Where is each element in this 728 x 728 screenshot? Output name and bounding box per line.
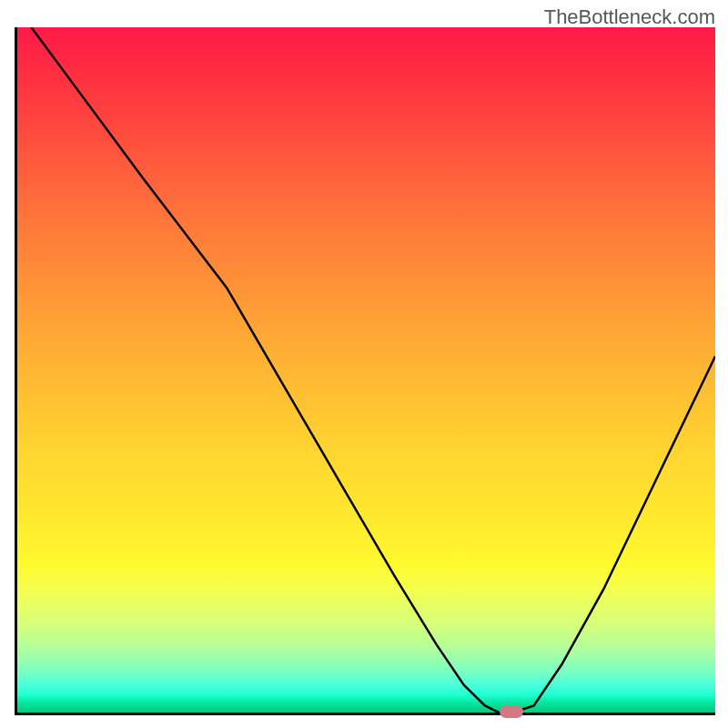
- chart-plot-area: [15, 27, 715, 715]
- bottleneck-marker: [500, 705, 523, 718]
- chart-curve-svg: [17, 27, 715, 713]
- watermark-text: TheBottleneck.com: [544, 5, 715, 29]
- bottleneck-curve: [31, 27, 715, 713]
